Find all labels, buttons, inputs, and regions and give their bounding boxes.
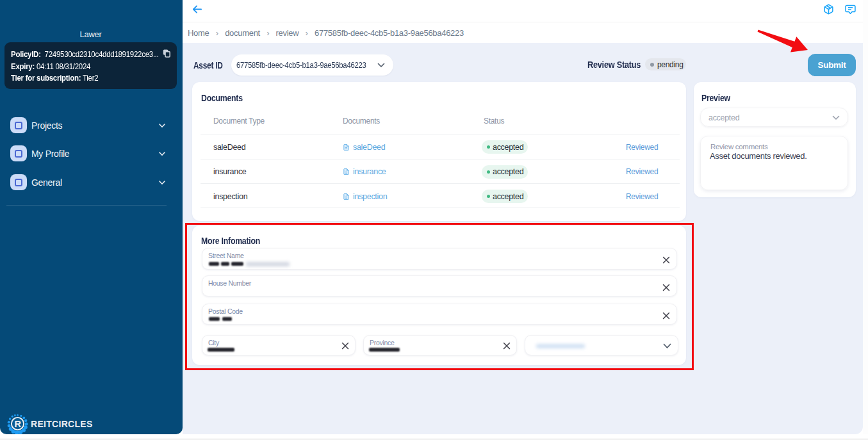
svg-text:R: R bbox=[14, 419, 21, 429]
